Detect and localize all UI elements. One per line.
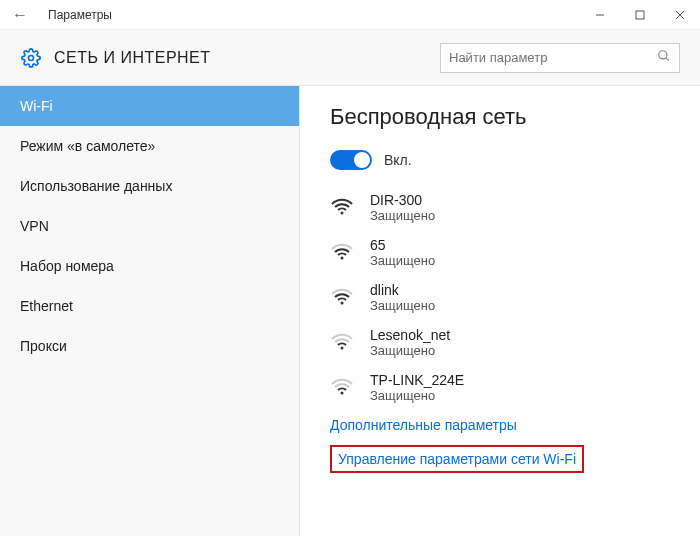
network-text: TP-LINK_224E Защищено	[370, 372, 464, 403]
network-name: DIR-300	[370, 192, 435, 208]
network-name: Lesenok_net	[370, 327, 450, 343]
minimize-button[interactable]	[580, 0, 620, 30]
highlighted-link-box: Управление параметрами сети Wi-Fi	[330, 445, 584, 473]
search-icon	[657, 49, 671, 66]
minimize-icon	[595, 10, 605, 20]
network-name: TP-LINK_224E	[370, 372, 464, 388]
network-text: dlink Защищено	[370, 282, 435, 313]
network-status: Защищено	[370, 343, 450, 358]
network-list: DIR-300 Защищено 65 Защищено dlink	[330, 192, 670, 403]
link-advanced-options[interactable]: Дополнительные параметры	[330, 417, 670, 433]
wifi-signal-icon	[330, 286, 354, 310]
back-arrow-icon: ←	[12, 6, 28, 24]
toggle-knob	[354, 152, 370, 168]
sidebar-item-airplane[interactable]: Режим «в самолете»	[0, 126, 299, 166]
network-item[interactable]: TP-LINK_224E Защищено	[330, 372, 670, 403]
svg-point-8	[341, 257, 344, 260]
wifi-signal-icon	[330, 196, 354, 220]
network-status: Защищено	[370, 298, 435, 313]
network-item[interactable]: Lesenok_net Защищено	[330, 327, 670, 358]
body: Wi-Fi Режим «в самолете» Использование д…	[0, 86, 700, 536]
close-icon	[675, 10, 685, 20]
sidebar-item-dialup[interactable]: Набор номера	[0, 246, 299, 286]
section-title: СЕТЬ И ИНТЕРНЕТ	[54, 49, 440, 67]
network-item[interactable]: 65 Защищено	[330, 237, 670, 268]
sidebar-item-ethernet[interactable]: Ethernet	[0, 286, 299, 326]
svg-point-9	[341, 302, 344, 305]
wifi-signal-icon	[330, 376, 354, 400]
svg-point-5	[659, 51, 667, 59]
network-status: Защищено	[370, 388, 464, 403]
network-status: Защищено	[370, 208, 435, 223]
network-status: Защищено	[370, 253, 435, 268]
network-name: 65	[370, 237, 435, 253]
search-box[interactable]	[440, 43, 680, 73]
maximize-icon	[635, 10, 645, 20]
titlebar: ← Параметры	[0, 0, 700, 30]
main-panel: Беспроводная сеть Вкл. DIR-300 Защищено	[300, 86, 700, 536]
network-item[interactable]: DIR-300 Защищено	[330, 192, 670, 223]
back-button[interactable]: ←	[0, 0, 40, 30]
maximize-button[interactable]	[620, 0, 660, 30]
header: СЕТЬ И ИНТЕРНЕТ	[0, 30, 700, 86]
wifi-toggle-row: Вкл.	[330, 150, 670, 170]
svg-point-7	[341, 212, 344, 215]
svg-rect-1	[636, 11, 644, 19]
network-text: DIR-300 Защищено	[370, 192, 435, 223]
wifi-toggle[interactable]	[330, 150, 372, 170]
window-title: Параметры	[40, 8, 580, 22]
network-text: Lesenok_net Защищено	[370, 327, 450, 358]
window-controls	[580, 0, 700, 30]
close-button[interactable]	[660, 0, 700, 30]
network-text: 65 Защищено	[370, 237, 435, 268]
svg-point-11	[341, 392, 344, 395]
page-heading: Беспроводная сеть	[330, 104, 670, 130]
sidebar: Wi-Fi Режим «в самолете» Использование д…	[0, 86, 300, 536]
link-manage-wifi[interactable]: Управление параметрами сети Wi-Fi	[338, 451, 576, 467]
svg-line-6	[666, 58, 669, 61]
svg-point-10	[341, 347, 344, 350]
network-item[interactable]: dlink Защищено	[330, 282, 670, 313]
sidebar-item-data-usage[interactable]: Использование данных	[0, 166, 299, 206]
wifi-signal-icon	[330, 241, 354, 265]
search-input[interactable]	[449, 50, 657, 65]
sidebar-item-proxy[interactable]: Прокси	[0, 326, 299, 366]
sidebar-item-vpn[interactable]: VPN	[0, 206, 299, 246]
wifi-toggle-label: Вкл.	[384, 152, 412, 168]
svg-point-4	[29, 55, 34, 60]
network-name: dlink	[370, 282, 435, 298]
wifi-signal-icon	[330, 331, 354, 355]
sidebar-item-wifi[interactable]: Wi-Fi	[0, 86, 299, 126]
settings-gear-icon	[20, 47, 42, 69]
